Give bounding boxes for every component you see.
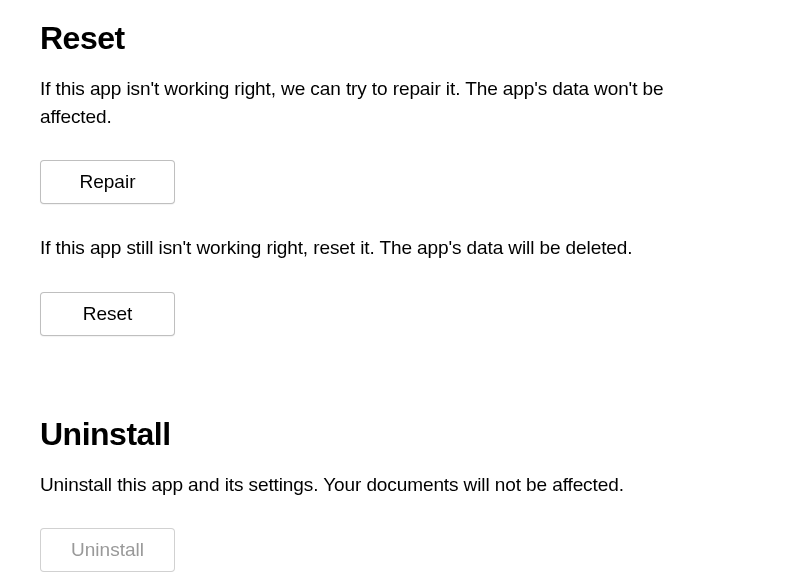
uninstall-heading: Uninstall	[40, 416, 750, 453]
reset-heading: Reset	[40, 20, 750, 57]
uninstall-button: Uninstall	[40, 528, 175, 572]
repair-description: If this app isn't working right, we can …	[40, 75, 720, 130]
reset-section: Reset If this app isn't working right, w…	[40, 20, 750, 366]
reset-button[interactable]: Reset	[40, 292, 175, 336]
uninstall-description: Uninstall this app and its settings. You…	[40, 471, 720, 499]
repair-button[interactable]: Repair	[40, 160, 175, 204]
reset-description: If this app still isn't working right, r…	[40, 234, 720, 262]
uninstall-section: Uninstall Uninstall this app and its set…	[40, 416, 750, 586]
